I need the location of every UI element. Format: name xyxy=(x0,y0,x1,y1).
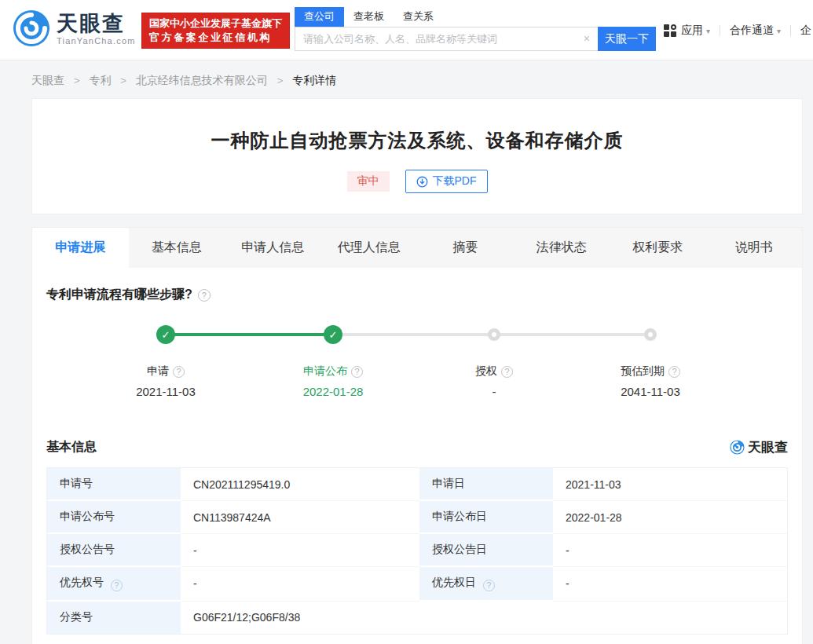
tianyancha-logo[interactable]: 天眼查 TianYanCha.com xyxy=(13,9,136,47)
step-label-estimated-expiry: 预估到期 ? xyxy=(621,364,680,379)
table-row: 申请号 CN202111295419.0 申请日 2021-11-03 xyxy=(47,468,787,501)
step-done-check-icon: ✓ xyxy=(156,325,175,344)
download-pdf-button[interactable]: 下载PDF xyxy=(405,170,488,193)
help-icon[interactable]: ? xyxy=(501,366,513,378)
cell-value: CN202111295419.0 xyxy=(181,468,419,501)
search-tab-relation[interactable]: 查关系 xyxy=(394,7,443,27)
search-tabs: 查公司 查老板 查关系 xyxy=(295,8,657,27)
chevron-down-icon: ▾ xyxy=(777,27,781,35)
header-nav: 应用 ▾ 合作通道 ▾ 企 xyxy=(664,24,811,38)
table-row: 分类号 G06F21/12;G06F8/38 xyxy=(47,602,787,634)
patent-detail-card: 申请进展 基本信息 申请人信息 代理人信息 摘要 法律状态 权利要求 说明书 专… xyxy=(31,227,803,644)
tab-basic-info[interactable]: 基本信息 xyxy=(129,228,225,268)
cell-label: 申请号 xyxy=(47,468,181,501)
table-row: 优先权号 ? - 优先权日 ? - xyxy=(47,567,787,602)
cell-label: 申请公布号 xyxy=(47,501,181,534)
tianyancha-swirl-icon xyxy=(730,440,745,455)
help-icon[interactable]: ? xyxy=(198,289,211,302)
cell-label-text: 优先权号 xyxy=(60,576,104,588)
page-title: 一种防止自动抢票方法及系统、设备和存储介质 xyxy=(32,99,802,153)
step-date-application: 2021-11-03 xyxy=(136,385,196,398)
cell-label: 优先权日 ? xyxy=(419,567,553,602)
step-label-grant: 授权 ? xyxy=(475,364,513,379)
page: 天眼查 TianYanCha.com 国家中小企业发展子基金旗下 官方备案企业征… xyxy=(0,0,813,644)
application-timeline: ✓ ✓ 申请 ? 申请公布 ? 授权 ? 预估到期 ? xyxy=(46,325,788,412)
cell-value: CN113987424A xyxy=(181,501,419,534)
basic-info-header: 基本信息 天眼查 xyxy=(46,438,788,456)
tab-application-progress[interactable]: 申请进展 xyxy=(32,228,129,268)
breadcrumb-current: 专利详情 xyxy=(292,74,336,86)
nav-divider xyxy=(790,25,791,36)
search-area: 查公司 查老板 查关系 × 天眼一下 xyxy=(295,8,657,51)
help-icon[interactable]: ? xyxy=(111,580,123,591)
step-pending-dot-icon xyxy=(644,328,657,341)
nav-enterprise-label: 企 xyxy=(800,24,811,38)
title-actions: 审中 下载PDF xyxy=(32,170,802,193)
cell-label-text: 优先权日 xyxy=(432,576,476,588)
step-label-text: 预估到期 xyxy=(621,364,665,379)
tab-abstract[interactable]: 摘要 xyxy=(417,228,514,268)
progress-heading-text: 专利申请流程有哪些步骤? xyxy=(46,287,192,303)
step-label-text: 申请 xyxy=(147,364,169,379)
cell-label: 申请公布日 xyxy=(419,501,553,534)
step-label-text: 授权 xyxy=(475,364,497,379)
breadcrumb-separator: > xyxy=(277,75,284,86)
step-done-check-icon: ✓ xyxy=(324,325,342,344)
tab-claims[interactable]: 权利要求 xyxy=(610,228,706,268)
timeline-segment-done xyxy=(166,333,333,336)
step-date-grant: - xyxy=(493,385,496,398)
chevron-down-icon: ▾ xyxy=(706,27,710,35)
logo-text: 天眼查 TianYanCha.com xyxy=(57,12,136,46)
apps-grid-icon xyxy=(664,24,676,37)
search-input-wrap: × xyxy=(295,27,598,51)
tab-applicant-info[interactable]: 申请人信息 xyxy=(225,228,321,268)
cell-value: - xyxy=(181,567,419,602)
nav-partner-label: 合作通道 xyxy=(730,24,774,38)
tab-agent-info[interactable]: 代理人信息 xyxy=(321,228,418,268)
search-button[interactable]: 天眼一下 xyxy=(598,27,656,51)
progress-section-heading: 专利申请流程有哪些步骤? ? xyxy=(46,287,788,303)
cell-value: 2021-11-03 xyxy=(553,468,787,501)
cell-label: 分类号 xyxy=(47,602,181,634)
search-input[interactable] xyxy=(295,27,598,51)
search-tab-boss[interactable]: 查老板 xyxy=(344,7,394,27)
tab-content: 专利申请流程有哪些步骤? ? ✓ ✓ 申请 ? 申请公布 ? xyxy=(32,287,802,644)
timeline-segment-pending xyxy=(333,333,494,336)
table-row: 申请公布号 CN113987424A 申请公布日 2022-01-28 xyxy=(47,501,787,534)
status-badge: 审中 xyxy=(347,171,390,192)
help-icon[interactable]: ? xyxy=(351,366,363,378)
breadcrumb: 天眼查 > 专利 > 北京经纬信息技术有限公司 > 专利详情 xyxy=(31,74,813,88)
cert-line1: 国家中小企业发展子基金旗下 xyxy=(149,16,282,31)
nav-apps-label: 应用 xyxy=(681,24,703,38)
nav-partner-channel[interactable]: 合作通道 ▾ xyxy=(730,24,781,38)
tab-description[interactable]: 说明书 xyxy=(706,228,803,268)
download-pdf-label: 下载PDF xyxy=(433,174,477,188)
download-icon xyxy=(416,176,428,188)
breadcrumb-company[interactable]: 北京经纬信息技术有限公司 xyxy=(136,74,268,86)
help-icon[interactable]: ? xyxy=(668,366,680,378)
watermark-brand-text: 天眼查 xyxy=(748,438,788,456)
tab-legal-status[interactable]: 法律状态 xyxy=(514,228,610,268)
cell-label: 授权公告号 xyxy=(47,534,181,567)
cell-value: - xyxy=(553,567,787,602)
cell-label: 优先权号 ? xyxy=(47,567,181,602)
nav-enterprise-truncated[interactable]: 企 xyxy=(800,24,811,38)
help-icon[interactable]: ? xyxy=(173,366,185,378)
step-label-text: 申请公布 xyxy=(303,364,347,379)
breadcrumb-separator: > xyxy=(74,75,80,86)
step-label-publication: 申请公布 ? xyxy=(303,364,363,379)
help-icon[interactable]: ? xyxy=(483,580,495,591)
patent-title-card: 一种防止自动抢票方法及系统、设备和存储介质 审中 下载PDF xyxy=(31,98,803,214)
cert-badge: 国家中小企业发展子基金旗下 官方备案企业征信机构 xyxy=(141,13,290,49)
basic-info-heading: 基本信息 xyxy=(46,439,97,456)
timeline-segment-pending xyxy=(494,333,650,336)
clear-search-icon[interactable]: × xyxy=(584,32,590,45)
nav-apps[interactable]: 应用 ▾ xyxy=(664,24,710,38)
breadcrumb-separator: > xyxy=(120,75,126,86)
cell-label: 申请日 xyxy=(419,468,553,501)
search-tab-company[interactable]: 查公司 xyxy=(295,7,344,27)
breadcrumb-patent[interactable]: 专利 xyxy=(89,74,111,86)
brand-name: 天眼查 xyxy=(57,12,136,35)
breadcrumb-home[interactable]: 天眼查 xyxy=(31,74,64,86)
step-date-estimated-expiry: 2041-11-03 xyxy=(621,385,680,398)
